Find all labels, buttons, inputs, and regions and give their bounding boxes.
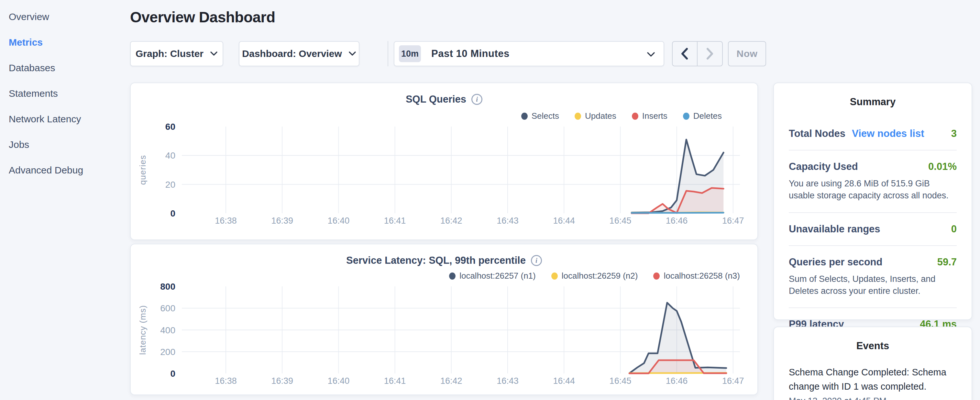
summary-row-description: Sum of Selects, Updates, Inserts, and De… xyxy=(789,273,957,297)
summary-row: Total NodesView nodes list3 xyxy=(789,128,957,139)
x-tick-label: 16:43 xyxy=(496,376,519,386)
time-step-buttons xyxy=(672,41,723,66)
x-tick-label: 16:42 xyxy=(440,216,462,226)
sidebar-item-metrics[interactable]: Metrics xyxy=(0,29,129,55)
legend-label: localhost:26258 (n3) xyxy=(663,271,740,281)
x-tick-label: 16:46 xyxy=(666,376,688,386)
legend-dot-icon xyxy=(653,273,660,280)
y-tick-label: 0 xyxy=(170,209,175,218)
prev-time-button[interactable] xyxy=(673,42,698,66)
legend-item[interactable]: localhost:26257 (n1) xyxy=(449,271,536,281)
x-tick-label: 16:39 xyxy=(271,216,293,226)
x-tick-label: 16:47 xyxy=(722,376,744,386)
service-latency-chart: 16:3816:3916:4016:4116:4216:4316:4416:45… xyxy=(131,244,759,396)
series-area xyxy=(632,139,724,213)
series-area xyxy=(632,213,724,213)
sql-queries-chart-panel: SQL Queries i SelectsUpdatesInsertsDelet… xyxy=(130,83,758,240)
chart-legend: localhost:26257 (n1)localhost:26259 (n2)… xyxy=(449,271,740,281)
legend-item[interactable]: localhost:26259 (n2) xyxy=(551,271,638,281)
sidebar: OverviewMetricsDatabasesStatementsNetwor… xyxy=(0,0,129,400)
info-icon[interactable]: i xyxy=(531,255,542,266)
y-tick-label: 40 xyxy=(165,150,175,161)
summary-row-value: 59.7 xyxy=(937,256,957,268)
sidebar-item-advanced-debug[interactable]: Advanced Debug xyxy=(0,157,129,183)
summary-row: Unavailable ranges0 xyxy=(789,223,957,235)
summary-row-value: 3 xyxy=(951,128,957,139)
chevron-down-icon xyxy=(210,51,218,56)
legend-dot-icon xyxy=(449,273,455,280)
y-tick-label: 600 xyxy=(160,303,175,313)
series-area xyxy=(629,360,726,373)
summary-row: Queries per second59.7 xyxy=(789,256,957,268)
series-area xyxy=(629,303,726,373)
sidebar-item-overview[interactable]: Overview xyxy=(0,4,129,29)
divider xyxy=(789,212,957,213)
time-range-selector[interactable]: 10m Past 10 Minutes xyxy=(394,41,664,66)
summary-row-description: You are using 28.6 MiB of 515.9 GiB usab… xyxy=(789,178,957,202)
sidebar-item-jobs[interactable]: Jobs xyxy=(0,132,129,157)
legend-item[interactable]: localhost:26258 (n3) xyxy=(653,271,740,281)
summary-row-value: 0 xyxy=(951,223,957,235)
graph-dropdown[interactable]: Graph: Cluster xyxy=(130,41,223,66)
x-tick-label: 16:42 xyxy=(440,376,462,386)
legend-item[interactable]: Deletes xyxy=(683,111,722,121)
legend-label: Updates xyxy=(585,111,616,121)
divider xyxy=(789,308,957,308)
event-timestamp: May 13, 2020 at 4:45 PM xyxy=(774,396,972,400)
sidebar-item-databases[interactable]: Databases xyxy=(0,55,129,81)
legend-label: Inserts xyxy=(642,111,667,121)
x-tick-label: 16:43 xyxy=(496,216,519,226)
legend-label: localhost:26257 (n1) xyxy=(460,271,536,281)
x-tick-label: 16:47 xyxy=(722,216,744,226)
x-tick-label: 16:45 xyxy=(609,376,632,386)
toolbar-divider xyxy=(388,41,388,66)
series-line xyxy=(629,303,726,373)
y-tick-label: 200 xyxy=(160,347,175,357)
summary-row-label: Queries per second xyxy=(789,256,882,268)
legend-label: localhost:26259 (n2) xyxy=(562,271,638,281)
legend-item[interactable]: Updates xyxy=(574,111,616,121)
summary-row-value: 0.01% xyxy=(928,161,957,172)
legend-dot-icon xyxy=(683,113,689,120)
summary-panel: Summary Total NodesView nodes list3Capac… xyxy=(773,83,972,320)
y-tick-label: 20 xyxy=(165,180,175,190)
series-line xyxy=(629,360,726,373)
chart-title: Service Latency: SQL, 99th percentile xyxy=(346,255,526,266)
events-title: Events xyxy=(774,340,972,352)
chevron-down-icon xyxy=(348,51,356,56)
legend-dot-icon xyxy=(551,273,558,280)
summary-row-label: Total Nodes xyxy=(789,128,845,139)
events-panel: Events Schema Change Completed: Schema c… xyxy=(773,327,972,400)
series-area xyxy=(629,373,726,373)
divider xyxy=(789,245,957,246)
legend-item[interactable]: Inserts xyxy=(632,111,667,121)
series-area xyxy=(632,188,724,213)
time-range-label: Past 10 Minutes xyxy=(431,48,509,59)
event-message: Schema Change Completed: Schema change w… xyxy=(774,365,972,394)
next-time-button[interactable] xyxy=(698,42,722,66)
sidebar-item-statements[interactable]: Statements xyxy=(0,81,129,106)
y-tick-label: 800 xyxy=(160,282,175,292)
summary-row-label: Unavailable ranges xyxy=(789,223,880,235)
legend-dot-icon xyxy=(632,113,638,120)
divider xyxy=(789,150,957,150)
y-tick-label: 400 xyxy=(160,325,175,335)
legend-item[interactable]: Selects xyxy=(521,111,559,121)
view-nodes-list-link[interactable]: View nodes list xyxy=(852,128,924,139)
x-tick-label: 16:44 xyxy=(553,376,575,386)
summary-row: Capacity Used0.01% xyxy=(789,161,957,172)
now-button[interactable]: Now xyxy=(728,41,766,66)
y-tick-label: 60 xyxy=(165,122,175,132)
x-tick-label: 16:46 xyxy=(666,216,688,226)
dashboard-dropdown[interactable]: Dashboard: Overview xyxy=(239,41,360,66)
chart-legend: SelectsUpdatesInsertsDeletes xyxy=(521,111,722,121)
chevron-right-icon xyxy=(705,47,715,60)
sidebar-item-network-latency[interactable]: Network Latency xyxy=(0,106,129,132)
series-line xyxy=(632,139,724,213)
legend-label: Selects xyxy=(531,111,559,121)
legend-dot-icon xyxy=(574,113,581,120)
info-icon[interactable]: i xyxy=(471,94,482,105)
x-tick-label: 16:40 xyxy=(328,376,350,386)
summary-row-label: Capacity Used xyxy=(789,161,858,172)
series-line xyxy=(632,212,724,213)
